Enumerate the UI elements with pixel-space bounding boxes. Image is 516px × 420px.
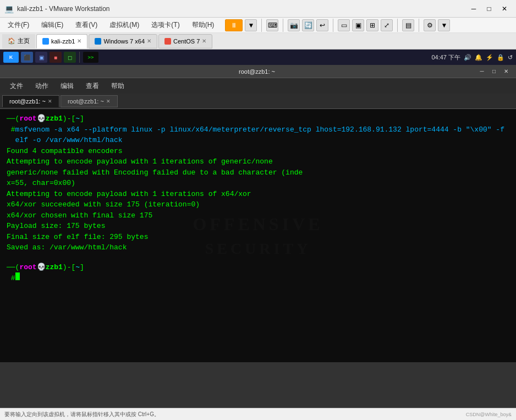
kali-menu-actions[interactable]: 动作 bbox=[30, 79, 54, 93]
kali-task-icon1[interactable]: ⬛ bbox=[21, 52, 33, 63]
toolbar-arrow[interactable]: ▼ bbox=[245, 19, 257, 31]
prompt-paren-close-2: )-[ bbox=[63, 262, 75, 273]
vm-tab-kali[interactable]: kali-zzb1 ✕ bbox=[36, 34, 87, 48]
prompt-paren-close-1: )-[ bbox=[63, 113, 75, 124]
command-line: # msfvenom -a x64 --platform linux -p li… bbox=[7, 124, 509, 146]
term-tab-1-close[interactable]: ✕ bbox=[48, 99, 52, 104]
vm-main-content: K ⬛ ▣ ■ ◻ >> 04:47 下午 🔊 🔔 ⚡ 🔒 ↺ root@zzb… bbox=[0, 50, 516, 362]
inner-win-controls: ─ □ ✕ bbox=[476, 67, 512, 76]
toolbar-sep1 bbox=[261, 19, 262, 32]
menu-view[interactable]: 查看(V) bbox=[70, 18, 103, 32]
command-text: msfvenom -a x64 --platform linux -p linu… bbox=[15, 124, 509, 146]
inner-maximize[interactable]: □ bbox=[488, 67, 499, 76]
settings-arrow[interactable]: ▼ bbox=[438, 19, 450, 31]
snap3[interactable]: ↩ bbox=[316, 19, 328, 31]
close-button[interactable]: ✕ bbox=[497, 3, 512, 15]
output-line-2: Attempting to encode payload with 1 iter… bbox=[7, 156, 509, 167]
win7-tab-close[interactable]: ✕ bbox=[147, 38, 151, 44]
snap1[interactable]: 📷 bbox=[288, 19, 300, 31]
send-ctrl-alt-del[interactable]: ⌨ bbox=[266, 19, 278, 31]
vm-tab-centos[interactable]: CentOS 7 ✕ bbox=[158, 34, 212, 48]
centos-tab-close[interactable]: ✕ bbox=[202, 38, 206, 44]
menu-help[interactable]: 帮助(H) bbox=[186, 18, 220, 32]
home-tab[interactable]: 🏠 主页 bbox=[2, 34, 35, 48]
centos-tab-label: CentOS 7 bbox=[173, 38, 200, 45]
home-icon: 🏠 bbox=[8, 37, 15, 45]
pause-button[interactable]: ⏸ bbox=[225, 19, 243, 31]
prompt-hostname-2: zzb1 bbox=[46, 262, 63, 273]
output-line-1: Found 4 compatible encoders bbox=[7, 146, 509, 157]
fullscreen[interactable]: ⤢ bbox=[381, 19, 393, 31]
prompt-bracket-close-2: ] bbox=[80, 262, 84, 273]
inner-titlebar: root@zzb1: ~ ─ □ ✕ bbox=[0, 65, 516, 78]
settings[interactable]: ⚙ bbox=[424, 19, 436, 31]
prompt-user-2: root bbox=[19, 262, 36, 273]
output-line-3: generic/none failed with Encoding failed… bbox=[7, 167, 509, 178]
kali-task-icon2[interactable]: ▣ bbox=[35, 52, 47, 63]
term-tab-1-label: root@zzb1: ~ bbox=[9, 98, 46, 105]
display1[interactable]: ▭ bbox=[338, 19, 350, 31]
term-tab-2-close[interactable]: ✕ bbox=[106, 99, 111, 104]
snap2[interactable]: 🔄 bbox=[302, 19, 314, 31]
prompt-paren-open-1: ( bbox=[15, 113, 20, 124]
refresh-icon[interactable]: ↺ bbox=[508, 54, 513, 61]
audio-icon: 🔊 bbox=[464, 54, 471, 61]
kali-logo[interactable]: K bbox=[3, 52, 19, 63]
output-line-10: Saved as: /var/www/html/hack bbox=[7, 242, 509, 253]
home-label: 主页 bbox=[18, 37, 30, 45]
inner-close[interactable]: ✕ bbox=[501, 67, 512, 76]
battery-icon: ⚡ bbox=[486, 54, 493, 61]
menu-tabs[interactable]: 选项卡(T) bbox=[146, 18, 185, 32]
display2[interactable]: ▣ bbox=[352, 19, 364, 31]
kali-menu-file[interactable]: 文件 bbox=[4, 79, 29, 93]
display3[interactable]: ⊞ bbox=[366, 19, 378, 31]
kali-menu-edit[interactable]: 编辑 bbox=[55, 79, 79, 93]
vmware-titlebar: 💻 kali-zzb1 - VMware Workstation ─ □ ✕ bbox=[0, 0, 516, 18]
terminal-cursor bbox=[15, 272, 20, 280]
vm-tab-win7[interactable]: Windows 7 x64 ✕ bbox=[89, 34, 157, 48]
prompt-line-1: ── ( root 💀 zzb1 )-[ ~ ] bbox=[7, 113, 509, 124]
output-line-5: Attempting to encode payload with 1 iter… bbox=[7, 189, 509, 200]
terminal-tab-2[interactable]: root@zzb1: ~ ✕ bbox=[61, 95, 118, 107]
window-controls: ─ □ ✕ bbox=[466, 3, 512, 15]
toolbar-sep2 bbox=[283, 19, 283, 32]
prompt-paren-open-2: ( bbox=[15, 262, 20, 273]
clock-display: 04:47 下午 bbox=[431, 53, 460, 62]
centos-tab-icon bbox=[164, 38, 171, 45]
prompt-bracket-close-1: ] bbox=[80, 113, 84, 124]
vmware-menubar: 文件(F) 编辑(E) 查看(V) 虚拟机(M) 选项卡(T) 帮助(H) ⏸ … bbox=[0, 18, 516, 33]
terminal-taskbar-icon[interactable]: >> bbox=[83, 52, 98, 63]
menu-edit[interactable]: 编辑(E) bbox=[36, 18, 69, 32]
terminal-content[interactable]: OFFENSIVE SECURITY ── ( root 💀 zzb1 )-[ … bbox=[0, 109, 516, 362]
prompt-dir-2: ~ bbox=[75, 262, 80, 273]
console[interactable]: ▤ bbox=[402, 19, 414, 31]
prompt-skull-2: 💀 bbox=[37, 262, 46, 273]
minimize-button[interactable]: ─ bbox=[466, 3, 481, 15]
inner-minimize[interactable]: ─ bbox=[476, 67, 487, 76]
kali-task-icon3[interactable]: ■ bbox=[50, 52, 62, 63]
systray: 04:47 下午 🔊 🔔 ⚡ 🔒 ↺ bbox=[431, 53, 513, 62]
hash-1: # bbox=[7, 124, 15, 135]
output-line-4: x=55, char=0x00) bbox=[7, 178, 509, 189]
maximize-button[interactable]: □ bbox=[482, 3, 496, 15]
menu-vm[interactable]: 虚拟机(M) bbox=[104, 18, 145, 32]
kali-tab-label: kali-zzb1 bbox=[51, 38, 75, 45]
cursor-line: # bbox=[7, 272, 509, 284]
kali-taskbar: K ⬛ ▣ ■ ◻ >> 04:47 下午 🔊 🔔 ⚡ 🔒 ↺ bbox=[0, 50, 516, 65]
term-tab-2-label: root@zzb1: ~ bbox=[68, 98, 104, 105]
toolbar-sep5 bbox=[419, 19, 419, 32]
kali-menu-help[interactable]: 帮助 bbox=[106, 79, 130, 93]
hash-2: # bbox=[7, 273, 15, 284]
toolbar-sep4 bbox=[397, 19, 398, 32]
toolbar-sep3 bbox=[333, 19, 333, 32]
kali-menu-view[interactable]: 查看 bbox=[80, 79, 105, 93]
kali-menubar: 文件 动作 编辑 查看 帮助 bbox=[0, 78, 516, 94]
statusbar: 要将输入定向到该虚拟机，请将鼠标指针移入其中或按 Ctrl+G。 CSDN@Wh… bbox=[0, 408, 516, 420]
prompt-user-1: root bbox=[19, 113, 36, 124]
menu-file[interactable]: 文件(F) bbox=[2, 18, 35, 32]
terminal-tab-1[interactable]: root@zzb1: ~ ✕ bbox=[2, 95, 59, 107]
kali-task-icon4[interactable]: ◻ bbox=[64, 52, 76, 63]
kali-tab-close[interactable]: ✕ bbox=[77, 38, 81, 44]
statusbar-right: CSDN@White_boy& bbox=[466, 412, 512, 417]
output-line-8: Payload size: 175 bytes bbox=[7, 221, 509, 232]
